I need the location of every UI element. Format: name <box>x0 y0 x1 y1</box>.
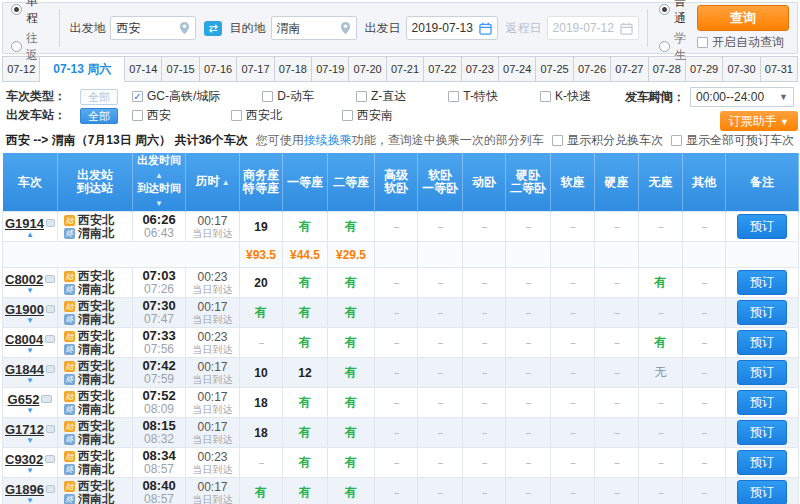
seat-availability: -- <box>418 448 463 478</box>
column-header: 车次 <box>3 153 58 212</box>
depart-time: 08:40 <box>135 479 183 493</box>
column-header[interactable]: 出发时间 ▲到达时间 ▼ <box>133 153 186 212</box>
expand-row-icon[interactable]: ▼ <box>5 437 55 444</box>
student-passenger-radio[interactable]: 学生 <box>659 30 687 64</box>
date-tab[interactable]: 07-22 <box>424 56 461 82</box>
date-tab[interactable]: 07-21 <box>387 56 424 82</box>
book-button[interactable]: 预订 <box>737 420 787 445</box>
filter-option-label: K-快速 <box>555 88 591 105</box>
sort-asc-icon[interactable]: ▲ <box>155 171 163 180</box>
seat-availability: -- <box>639 478 683 504</box>
from-input[interactable]: 西安 <box>110 16 196 40</box>
train-number-link[interactable]: G1900 <box>5 302 44 317</box>
return-date-input[interactable]: 2019-07-12 <box>547 16 639 40</box>
query-button[interactable]: 查询 <box>697 5 789 31</box>
terminal-station-icon: 终 <box>64 404 75 415</box>
origin-station-icon: 始 <box>64 421 75 432</box>
train-number-link[interactable]: C8004 <box>5 332 43 347</box>
expand-row-icon[interactable]: ▼ <box>5 377 55 384</box>
book-button[interactable]: 预订 <box>737 300 787 325</box>
date-tab[interactable]: 07-13 周六 <box>40 56 125 82</box>
book-button[interactable]: 预订 <box>737 390 787 415</box>
date-tab[interactable]: 07-14 <box>125 56 162 82</box>
swap-stations-button[interactable]: ⇄ <box>204 21 221 36</box>
filter-option[interactable]: 西安北 <box>231 107 282 124</box>
expand-row-icon[interactable]: ▼ <box>5 317 55 324</box>
duration: 00:17 <box>188 480 237 494</box>
train-type-all-button[interactable]: 全部 <box>80 89 118 105</box>
date-tab[interactable]: 07-23 <box>462 56 499 82</box>
auto-query-checkbox[interactable]: 开启自动查询 <box>697 34 784 51</box>
price-row: ¥93.5¥44.5¥29.5 <box>3 242 799 268</box>
seat-availability: -- <box>595 448 639 478</box>
date-tab[interactable]: 07-29 <box>686 56 723 82</box>
depart-time: 07:30 <box>135 299 183 313</box>
date-tab[interactable]: 07-26 <box>574 56 611 82</box>
sort-desc-icon[interactable]: ▼ <box>155 199 163 208</box>
date-tab[interactable]: 07-31 <box>761 56 798 82</box>
date-tab[interactable]: 07-18 <box>275 56 312 82</box>
date-tab[interactable]: 07-15 <box>162 56 199 82</box>
show-all-checkbox[interactable]: 显示全部可预订车次 <box>671 132 794 149</box>
depart-time-label: 发车时间： <box>625 89 685 106</box>
expand-row-icon[interactable]: ▼ <box>5 497 55 504</box>
date-tab[interactable]: 07-19 <box>312 56 349 82</box>
to-input[interactable]: 渭南 <box>271 16 357 40</box>
book-button[interactable]: 预订 <box>737 450 787 475</box>
train-number-link[interactable]: G1844 <box>5 362 44 377</box>
round-trip-radio[interactable]: 往返 <box>11 30 39 64</box>
train-number-link[interactable]: G1896 <box>5 482 44 497</box>
filter-option[interactable]: ✓GC-高铁/城际 <box>132 88 220 105</box>
filter-option[interactable]: Z-直达 <box>356 88 406 105</box>
show-points-checkbox[interactable]: 显示积分兑换车次 <box>552 132 663 149</box>
round-trip-label: 往返 <box>26 30 39 64</box>
filter-option[interactable]: K-快速 <box>540 88 591 105</box>
arrive-time: 06:43 <box>135 227 183 240</box>
train-type-label: 车次类型： <box>6 88 66 105</box>
column-header: 硬卧二等卧 <box>506 153 551 212</box>
filter-option[interactable]: D-动车 <box>262 88 314 105</box>
depart-date-input[interactable]: 2019-07-13 <box>406 16 498 40</box>
normal-passenger-radio[interactable]: 普通 <box>659 0 687 27</box>
book-button[interactable]: 预订 <box>737 330 787 355</box>
book-button[interactable]: 预订 <box>737 214 787 239</box>
transfer-link[interactable]: 接续换乘 <box>304 133 352 147</box>
terminal-station-icon: 终 <box>64 374 75 385</box>
date-tab[interactable]: 07-24 <box>499 56 536 82</box>
train-number-link[interactable]: G1712 <box>5 422 44 437</box>
collapse-row-icon[interactable]: ▲ <box>5 231 55 238</box>
train-number-link[interactable]: G1914 <box>5 216 44 231</box>
date-tab[interactable]: 07-17 <box>237 56 274 82</box>
date-tab[interactable]: 07-27 <box>611 56 648 82</box>
train-number-link[interactable]: C8002 <box>5 272 43 287</box>
expand-row-icon[interactable]: ▼ <box>5 467 55 474</box>
train-number-link[interactable]: C9302 <box>5 452 43 467</box>
book-button[interactable]: 预订 <box>737 270 787 295</box>
seat-availability: 19 <box>240 212 283 242</box>
arrive-time: 07:26 <box>135 283 183 296</box>
depart-time-select[interactable]: 00:00--24:00 ▼ <box>690 87 794 107</box>
expand-row-icon[interactable]: ▼ <box>5 347 55 354</box>
arrive-time: 08:57 <box>135 493 183 504</box>
date-tab[interactable]: 07-16 <box>200 56 237 82</box>
depart-station-all-button[interactable]: 全部 <box>80 108 118 124</box>
filter-option[interactable]: 西安南 <box>342 107 393 124</box>
filter-option[interactable]: 西安 <box>132 107 171 124</box>
arrive-day-note: 当日到达 <box>188 464 237 476</box>
column-header[interactable]: 历时 ▲ <box>186 153 240 212</box>
sort-asc-icon[interactable]: ▲ <box>219 178 229 187</box>
one-way-radio[interactable]: 单程 <box>11 0 39 27</box>
booking-assistant-button[interactable]: 订票助手 ▼ <box>720 111 798 131</box>
filter-option[interactable]: T-特快 <box>448 88 498 105</box>
date-tab[interactable]: 07-30 <box>723 56 760 82</box>
date-tab[interactable]: 07-25 <box>536 56 573 82</box>
seat-availability: -- <box>375 418 418 448</box>
book-button[interactable]: 预订 <box>737 480 787 504</box>
expand-row-icon[interactable]: ▼ <box>5 407 55 414</box>
chevron-down-icon: ▼ <box>779 92 788 102</box>
date-tab[interactable]: 07-20 <box>349 56 386 82</box>
train-number-link[interactable]: G652 <box>8 392 40 407</box>
column-header: 无座 <box>639 153 683 212</box>
book-button[interactable]: 预订 <box>737 360 787 385</box>
expand-row-icon[interactable]: ▼ <box>5 287 55 294</box>
